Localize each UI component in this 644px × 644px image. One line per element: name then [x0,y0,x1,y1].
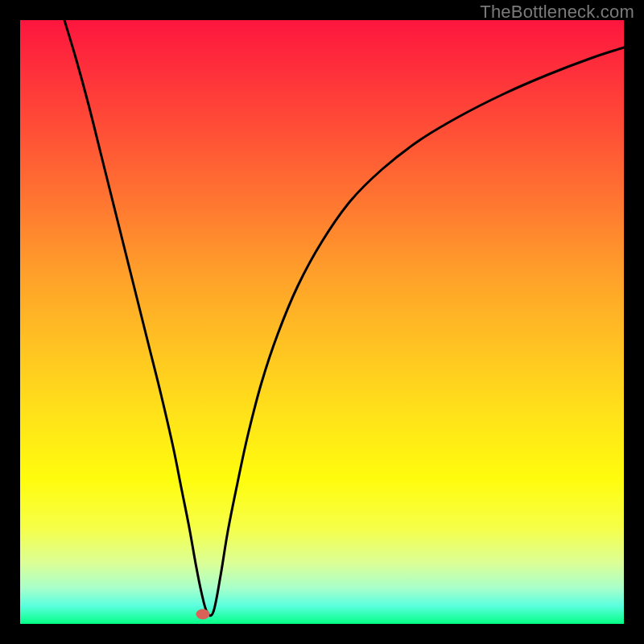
curve-path [64,20,624,616]
bottleneck-curve [20,20,624,624]
plot-area [20,20,624,624]
chart-stage: TheBottleneck.com [0,0,644,644]
minimum-marker [196,609,210,620]
